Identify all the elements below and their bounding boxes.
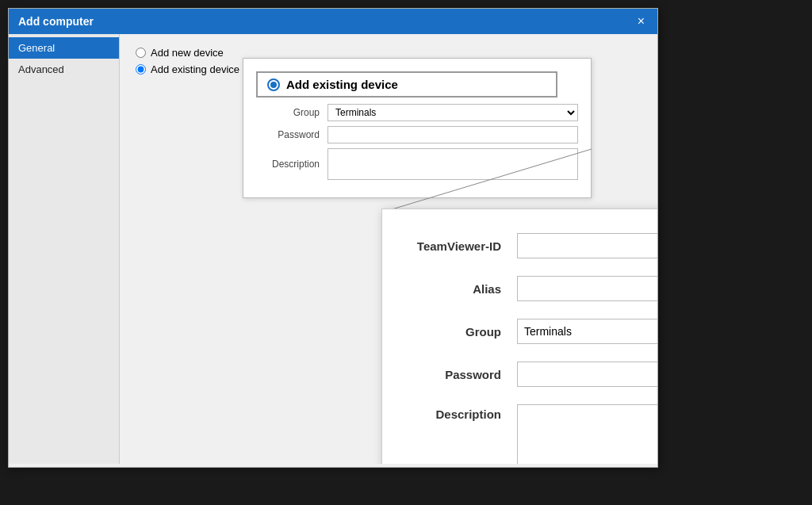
add-new-device-option[interactable]: Add new device (136, 47, 642, 59)
large-form-teamviewer-row: TeamViewer-ID (414, 233, 657, 258)
small-password-label: Password (256, 129, 327, 140)
selected-label-box: Add existing device (256, 71, 557, 98)
sidebar-item-advanced[interactable]: Advanced (9, 59, 119, 80)
add-computer-dialog: Add computer × General Advanced Add new … (8, 8, 658, 468)
small-password-input[interactable] (327, 126, 578, 143)
dialog-body: General Advanced Add new device Add exis… (9, 34, 657, 464)
large-form-group-row: Group Terminals ▼ (414, 319, 657, 344)
password-label: Password (414, 368, 517, 381)
small-description-label: Description (256, 159, 327, 170)
small-group-label: Group (256, 107, 327, 118)
main-content: Add new device Add existing device Add e… (120, 34, 657, 464)
dialog-titlebar: Add computer × (9, 9, 657, 34)
teamviewer-id-label: TeamViewer-ID (414, 239, 517, 253)
large-form-description-row: Description (414, 404, 657, 464)
add-new-device-radio[interactable] (136, 48, 146, 58)
group-select-wrapper: Terminals ▼ (517, 319, 657, 344)
small-description-input[interactable] (327, 148, 578, 180)
small-form-password-row: Password (256, 126, 578, 143)
alias-label: Alias (414, 282, 517, 296)
sidebar: General Advanced (9, 34, 120, 464)
selected-option-label: Add existing device (286, 78, 398, 91)
dialog-close-button[interactable]: × (634, 15, 648, 28)
radio-selected-icon (267, 78, 280, 91)
small-form-description-row: Description (256, 148, 578, 180)
password-input[interactable] (517, 362, 657, 387)
alias-input[interactable] (517, 276, 657, 301)
large-form-alias-row: Alias (414, 276, 657, 301)
add-existing-device-radio[interactable] (136, 64, 146, 75)
dialog-title: Add computer (18, 15, 94, 28)
small-group-select[interactable]: Terminals (327, 104, 578, 121)
description-label: Description (414, 404, 517, 421)
sidebar-item-general[interactable]: General (9, 37, 119, 59)
group-select[interactable]: Terminals (517, 319, 657, 344)
teamviewer-id-input[interactable] (517, 233, 657, 258)
description-input[interactable] (517, 404, 657, 464)
group-label: Group (414, 325, 517, 339)
large-form: TeamViewer-ID Alias Group Terminals ▼ (381, 209, 657, 464)
large-form-password-row: Password (414, 362, 657, 387)
small-form-preview: Add existing device Group Terminals Pass… (243, 58, 592, 198)
small-form-group-row: Group Terminals (256, 104, 578, 121)
